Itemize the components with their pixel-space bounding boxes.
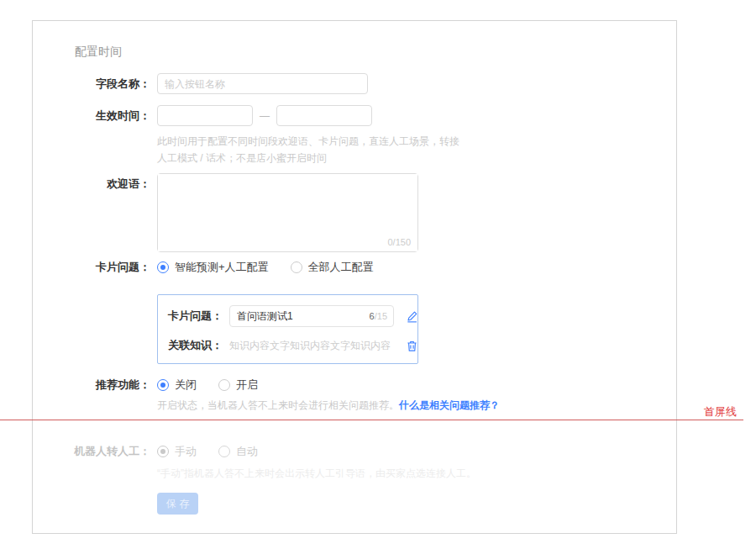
config-panel: 配置时间 字段名称： 生效时间： — 此时间用于配置不同时间段欢迎语、卡片问题，… — [32, 20, 677, 534]
card-question-manual-option[interactable]: 全部人工配置 — [308, 260, 374, 275]
time-range-separator: — — [260, 110, 270, 122]
recommend-off-option[interactable]: 关闭 — [175, 377, 197, 393]
box-question-input-wrap: 6/15 — [229, 305, 394, 327]
welcome-row: 欢迎语： 0/150 — [33, 173, 676, 252]
field-name-row: 字段名称： — [33, 73, 676, 94]
effective-time-help: 此时间用于配置不同时间段欢迎语、卡片问题，直连人工场景，转接 人工模式 / 话术… — [157, 133, 676, 166]
card-question-smart-radio[interactable] — [157, 261, 169, 273]
box-knowledge-label: 关联知识： — [168, 338, 223, 353]
first-screen-line-label: 首屏线 — [704, 404, 737, 420]
card-question-row: 卡片问题： 智能预测+人工配置 全部人工配置 — [33, 260, 676, 275]
time-end-input[interactable] — [276, 105, 372, 126]
recommend-label: 推荐功能： — [33, 377, 157, 393]
first-screen-line — [0, 420, 743, 420]
effective-time-help-line1: 此时间用于配置不同时间段欢迎语、卡片问题，直连人工场景，转接 — [157, 133, 676, 150]
card-question-smart-option[interactable]: 智能预测+人工配置 — [175, 260, 269, 275]
recommend-help-text: 开启状态，当机器人答不上来时会进行相关问题推荐。 — [157, 399, 399, 411]
transfer-section: 机器人转人工： 手动 自动 “手动”指机器人答不上来时会出示转人工引导语，由买家… — [33, 444, 676, 515]
delete-icon[interactable] — [406, 340, 418, 352]
recommend-off-radio[interactable] — [157, 379, 169, 391]
transfer-manual-option: 手动 — [175, 444, 197, 459]
transfer-row: 机器人转人工： 手动 自动 — [33, 444, 676, 459]
card-question-manual-radio[interactable] — [291, 261, 302, 273]
recommend-on-option[interactable]: 开启 — [236, 377, 258, 393]
box-question-counter: 6/15 — [370, 311, 387, 321]
recommend-row: 推荐功能： 关闭 开启 — [33, 377, 676, 393]
effective-time-row: 生效时间： — — [33, 105, 676, 126]
time-start-input[interactable] — [157, 105, 253, 126]
card-question-box-row: 卡片问题： 6/15 关联知识： 知识内容文字知识内容文字知识内容 — [157, 294, 676, 364]
transfer-auto-option: 自动 — [236, 444, 258, 459]
transfer-help: “手动”指机器人答不上来时会出示转人工引导语，由买家点选连接人工。 — [157, 465, 676, 482]
recommend-help: 开启状态，当机器人答不上来时会进行相关问题推荐。什么是相关问题推荐？ — [157, 397, 676, 414]
box-question-label: 卡片问题： — [168, 309, 223, 324]
card-question-label: 卡片问题： — [33, 260, 157, 275]
recommend-help-link[interactable]: 什么是相关问题推荐？ — [399, 399, 500, 411]
box-knowledge-placeholder: 知识内容文字知识内容文字知识内容 — [229, 339, 394, 353]
edit-icon[interactable] — [406, 310, 418, 323]
section-title: 配置时间 — [75, 45, 676, 60]
field-name-label: 字段名称： — [33, 77, 157, 92]
save-button[interactable]: 保 存 — [157, 493, 198, 515]
save-row: 保 存 — [157, 493, 676, 515]
effective-time-label: 生效时间： — [33, 108, 157, 124]
welcome-label: 欢迎语： — [33, 173, 157, 192]
card-question-input-row: 卡片问题： 6/15 — [168, 305, 407, 327]
welcome-textarea-wrap: 0/150 — [157, 173, 418, 252]
recommend-on-radio[interactable] — [218, 379, 230, 391]
welcome-counter: 0/150 — [387, 237, 411, 247]
box-question-counter-max: /15 — [375, 311, 387, 321]
transfer-manual-radio — [157, 446, 169, 457]
card-question-box: 卡片问题： 6/15 关联知识： 知识内容文字知识内容文字知识内容 — [157, 294, 418, 364]
effective-time-help-line2: 人工模式 / 话术；不是店小蜜开启时间 — [157, 150, 676, 166]
field-name-input[interactable] — [157, 73, 368, 94]
card-knowledge-row: 关联知识： 知识内容文字知识内容文字知识内容 — [168, 338, 407, 353]
welcome-textarea[interactable] — [158, 174, 417, 251]
transfer-label: 机器人转人工： — [33, 444, 157, 459]
transfer-auto-radio — [218, 446, 230, 457]
